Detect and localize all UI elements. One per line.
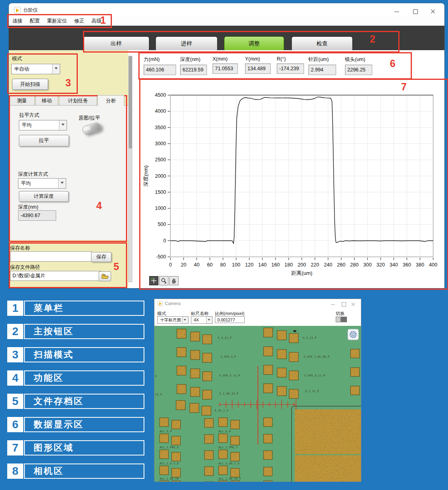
- calc-depth-button[interactable]: 计算深度: [19, 191, 69, 202]
- app-icon: [14, 7, 21, 14]
- scrollbar-thumb[interactable]: [129, 56, 132, 148]
- svg-text:0: 0: [169, 262, 172, 268]
- scale-input[interactable]: 0.001277: [215, 316, 245, 323]
- graph-widget: 0204060801001201401601802002202402602803…: [141, 80, 443, 286]
- ruler-name-label: 标尺名称: [191, 311, 209, 317]
- svg-text:S_SFG_S_P: S_SFG_S_P: [221, 355, 236, 358]
- tab-tasks[interactable]: 计划任务: [59, 96, 97, 106]
- folder-icon: [101, 274, 109, 279]
- crosshair-tool-icon[interactable]: [149, 276, 158, 285]
- svg-text:300: 300: [363, 262, 372, 268]
- svg-text:LS_P: LS_P: [155, 393, 162, 396]
- camera-close-button[interactable]: [349, 302, 358, 307]
- inspect-button[interactable]: 检查: [292, 37, 353, 51]
- legend-item-data-display: 6 数据显示区: [7, 417, 136, 432]
- svg-text:2000: 2000: [155, 173, 166, 179]
- legend-item-camera-area: 8 相机区: [7, 464, 136, 479]
- orig-flat-label: 原图/拉平: [79, 115, 100, 122]
- svg-text:260: 260: [337, 262, 345, 268]
- svg-text:S_1S_1_S: S_1S_1_S: [215, 409, 229, 412]
- screenshot-stage: 台阶仪 连接 配置 重新定位 修正 高级 出样 进样 调整 检查 模式 半自动: [0, 0, 448, 490]
- svg-text:2500: 2500: [155, 157, 166, 163]
- svg-text:S_S_11_P: S_S_11_P: [218, 336, 232, 340]
- minimize-icon: [331, 304, 335, 305]
- svg-text:ALL_1_GO_1_S: ALL_1_GO_1_S: [219, 462, 239, 465]
- maximize-icon: [413, 9, 418, 14]
- save-name-input[interactable]: [10, 251, 92, 262]
- camera-minimize-button[interactable]: [329, 302, 338, 307]
- adjust-button[interactable]: 调整: [224, 37, 284, 51]
- menu-relocate[interactable]: 重新定位: [44, 16, 70, 26]
- camera-controls: 模式 十字标尺图 标尺名称 4X 比例(mm/pixel) 0.001277 切…: [154, 308, 361, 326]
- svg-text:深度(nm): 深度(nm): [143, 165, 149, 187]
- orig-flat-toggle[interactable]: [81, 121, 101, 135]
- depth-method-dropdown[interactable]: 平均: [18, 178, 66, 189]
- camera-settings-button: [348, 329, 359, 340]
- step-profile-chart: 0204060801001201401601802002202402602803…: [141, 80, 443, 286]
- depth-result-label: 深度(nm): [18, 204, 39, 211]
- camera-maximize-button[interactable]: [339, 302, 348, 307]
- svg-text:1500: 1500: [155, 189, 166, 195]
- save-path-label: 保存文件路径: [10, 264, 40, 271]
- svg-text:ALL_1_GO_24: ALL_1_GO_24: [160, 477, 178, 480]
- svg-text:3500: 3500: [155, 125, 166, 130]
- minimize-button[interactable]: [391, 8, 403, 15]
- mode-dropdown[interactable]: 半自动: [11, 64, 60, 74]
- svg-text:-500: -500: [156, 254, 166, 260]
- readout-stylus-gap: 针距(um) 2.994: [308, 56, 336, 75]
- readout-force: 力(mN) 460.106: [144, 56, 176, 75]
- svg-text:400: 400: [429, 262, 438, 268]
- svg-text:100: 100: [232, 262, 240, 268]
- browse-folder-button[interactable]: [99, 271, 111, 281]
- graph-tool-palette: [149, 276, 179, 285]
- svg-text:120: 120: [245, 262, 253, 268]
- legend-item-graph-area: 7 图形区域: [7, 440, 136, 455]
- menu-correct[interactable]: 修正: [71, 16, 87, 26]
- camera-switch-toggle[interactable]: [336, 317, 347, 322]
- svg-text:0: 0: [163, 238, 166, 244]
- svg-text:180: 180: [284, 262, 293, 268]
- maximize-icon: [342, 302, 346, 307]
- menu-advanced[interactable]: 高级: [88, 16, 105, 26]
- camera-mode-label: 模式: [157, 311, 166, 317]
- svg-text:S_1_11_P: S_1_11_P: [305, 390, 319, 393]
- readout-depth: 深度(nm) 62219.59: [180, 56, 207, 75]
- magnifier-tool-icon[interactable]: [159, 276, 168, 285]
- svg-text:500: 500: [158, 222, 166, 227]
- menu-config[interactable]: 配置: [26, 16, 43, 26]
- menu-connect[interactable]: 连接: [9, 16, 26, 26]
- chevron-down-icon: [182, 317, 188, 323]
- save-button[interactable]: 保存: [91, 252, 111, 262]
- left-panel-scrollbar[interactable]: [128, 56, 132, 282]
- mode-label: 模式: [12, 55, 22, 62]
- flatten-method-dropdown[interactable]: 平均: [19, 120, 67, 130]
- tab-analysis[interactable]: 分析: [97, 95, 124, 106]
- legend-item-function-area: 4 功能区: [7, 370, 136, 386]
- svg-text:P: P: [155, 375, 157, 378]
- app-icon: [158, 301, 163, 306]
- hand-tool-icon[interactable]: [169, 276, 178, 285]
- flatten-method-label: 拉平方式: [19, 112, 39, 119]
- svg-text:340: 340: [389, 262, 398, 268]
- switch-label: 切换: [336, 311, 345, 317]
- legend: 1 菜单栏 2 主按钮区 3 扫描模式 4 功能区 5 文件存档区 6 数据显示…: [7, 301, 136, 487]
- svg-text:ALL_1_PPG_7: ALL_1_PPG_7: [219, 446, 237, 449]
- camera-titlebar: Camera: [154, 299, 361, 309]
- start-scan-button[interactable]: 开始扫描: [12, 79, 48, 90]
- tab-measure[interactable]: 测量: [9, 96, 35, 106]
- chevron-down-icon: [58, 179, 66, 188]
- close-button[interactable]: [427, 8, 439, 15]
- svg-text:220: 220: [311, 262, 319, 268]
- load-sample-button[interactable]: 进样: [156, 37, 217, 51]
- main-toolbar: 出样 进样 调整 检查: [9, 26, 444, 50]
- save-path-input[interactable]: D:\数据\金属片: [10, 271, 101, 281]
- svg-text:360: 360: [403, 262, 411, 268]
- svg-text:20: 20: [181, 262, 186, 268]
- maximize-button[interactable]: [409, 8, 421, 15]
- legend-item-file-archive: 5 文件存档区: [7, 394, 136, 409]
- unload-sample-button[interactable]: 出样: [83, 37, 149, 51]
- tab-move[interactable]: 移动: [35, 96, 58, 106]
- ruler-name-dropdown[interactable]: 4X: [191, 316, 213, 324]
- flatten-button[interactable]: 拉平: [19, 135, 69, 146]
- camera-mode-dropdown[interactable]: 十字标尺图: [157, 316, 189, 324]
